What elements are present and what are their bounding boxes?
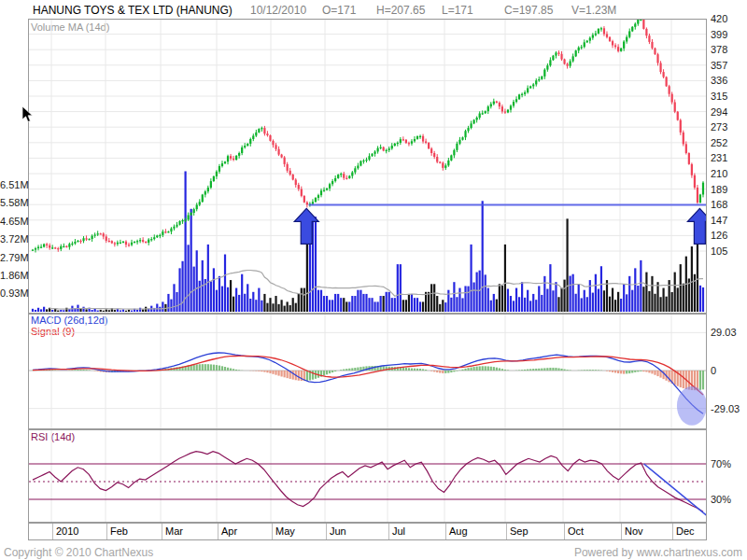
month-tick: [218, 524, 218, 539]
month-label: Jun: [330, 525, 346, 537]
month-tick: [326, 524, 327, 539]
month-tick: [445, 524, 446, 539]
month-tick: [162, 524, 162, 539]
price-tick-label: 315: [711, 91, 727, 102]
price-tick-label: 336: [711, 75, 727, 86]
macd-tick-label: 0: [711, 365, 716, 376]
month-label: Feb: [110, 525, 128, 537]
price-tick-label: 399: [711, 29, 727, 40]
month-label: Oct: [568, 525, 584, 537]
copyright-text: Copyright © 2010 ChartNexus: [4, 546, 153, 559]
price-tick-label: 168: [711, 199, 727, 210]
quote-date: 10/12/2010: [250, 4, 306, 17]
volume-tick-label: 3.72M: [0, 233, 25, 245]
volume-tick-label: 6.51M: [0, 179, 25, 190]
price-tick-label: 420: [711, 13, 727, 24]
price-tick-label: 210: [711, 168, 727, 179]
month-tick: [564, 524, 565, 539]
month-label: Sep: [510, 525, 529, 537]
price-tick-label: 252: [711, 137, 727, 148]
volume-tick-label: 5.58M: [0, 197, 25, 208]
price-volume-panel[interactable]: [28, 19, 707, 314]
symbol-title: HANUNG TOYS & TEX LTD (HANUNG): [33, 4, 233, 17]
rsi-tick-label: 70%: [711, 458, 731, 469]
volume-tick-label: 2.79M: [0, 252, 25, 263]
month-label: Apr: [221, 525, 237, 537]
month-label: Aug: [449, 525, 468, 537]
rsi-panel[interactable]: [28, 429, 707, 523]
price-tick-label: 231: [711, 152, 727, 163]
rsi-chart[interactable]: [28, 429, 707, 523]
volume-tick-label: 4.65M: [0, 216, 25, 227]
price-tick-label: 147: [711, 215, 727, 226]
price-tick-label: 126: [711, 230, 727, 241]
month-label: 2010: [56, 525, 78, 537]
price-tick-label: 357: [711, 60, 727, 71]
price-volume-chart[interactable]: [28, 19, 707, 314]
month-tick: [106, 524, 107, 539]
quote-open: O=171: [322, 4, 356, 17]
month-tick: [621, 524, 622, 539]
mouse-cursor-icon: [21, 106, 35, 123]
month-label: Nov: [625, 525, 643, 537]
price-tick-label: 273: [711, 121, 727, 133]
volume-tick-label: 0.93M: [0, 287, 25, 299]
powered-by-link[interactable]: Powered by www.chartnexus.com: [574, 546, 742, 559]
month-label: Mar: [165, 525, 183, 537]
month-tick: [52, 524, 53, 539]
quote-low: L=171: [442, 4, 473, 17]
month-tick: [272, 524, 273, 539]
trendline-annotation: [644, 464, 707, 515]
x-axis-strip: 2010FebMarAprMayJunJulAugSepOctNovDec: [28, 523, 707, 540]
macd-chart[interactable]: [28, 314, 707, 429]
up-arrow-annotation: [687, 208, 707, 244]
quote-high: H=207.65: [376, 4, 425, 17]
volume-tick-label: 1.86M: [0, 270, 25, 281]
price-tick-label: 105: [711, 245, 727, 257]
price-tick-label: 189: [711, 184, 727, 195]
month-label: May: [275, 525, 295, 537]
month-tick: [506, 524, 507, 539]
chartnexus-window: HANUNG TOYS & TEX LTD (HANUNG) 10/12/201…: [0, 0, 747, 560]
month-label: Dec: [676, 525, 695, 537]
month-tick: [672, 524, 673, 539]
macd-tick-label: -29.03: [711, 403, 740, 414]
rsi-tick-label: 30%: [711, 494, 731, 505]
quote-volume: V=1.23M: [571, 4, 616, 17]
month-tick: [388, 524, 389, 539]
month-label: Jul: [392, 525, 405, 537]
macd-panel[interactable]: [28, 314, 707, 429]
macd-tick-label: 29.03: [711, 327, 737, 338]
quote-close: C=197.85: [504, 4, 553, 17]
price-tick-label: 378: [711, 44, 727, 55]
price-tick-label: 294: [711, 106, 727, 118]
highlight-ellipse: [677, 386, 707, 426]
